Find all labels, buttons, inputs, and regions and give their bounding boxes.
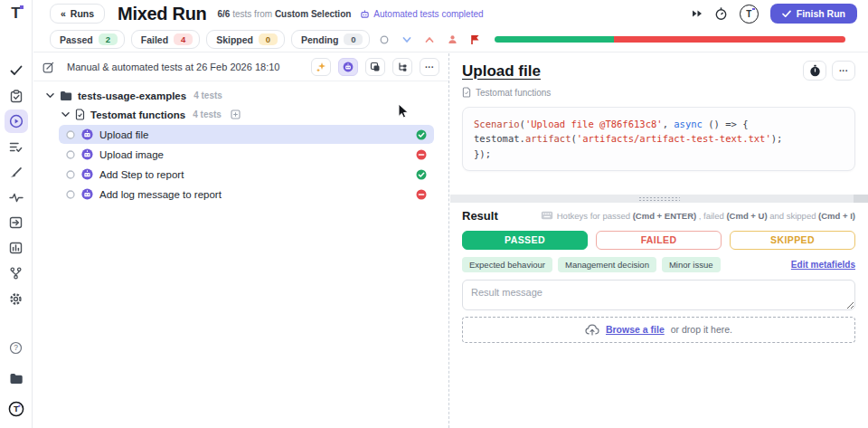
select-radio[interactable]	[66, 130, 75, 139]
check-icon	[782, 10, 791, 18]
mark-failed-button[interactable]: FAILED	[596, 231, 722, 250]
browse-file-link[interactable]: Browse a file	[606, 324, 665, 335]
tests-from-text: tests from	[232, 9, 272, 19]
compose-icon[interactable]	[42, 62, 54, 73]
back-icon: «	[61, 8, 66, 19]
progress-failed-segment	[614, 36, 845, 43]
automated-filter-button[interactable]	[338, 58, 358, 76]
tree-more-button[interactable]: ···	[420, 58, 439, 76]
mark-passed-button[interactable]: PASSED	[462, 231, 588, 250]
finish-run-button[interactable]: Finish Run	[770, 4, 857, 24]
folder-icon[interactable]	[5, 366, 28, 390]
code-line: Scenario('Upload file @T86f613c8', async…	[474, 117, 844, 131]
bar-chart-icon[interactable]	[5, 236, 28, 260]
rail-bottom: ?T	[5, 334, 28, 423]
panel-splitter[interactable]	[450, 195, 868, 203]
svg-text:?: ?	[14, 343, 18, 352]
badge-count: 4	[174, 33, 193, 45]
run-plan-title: Manual & automated tests at 26 Feb 2026 …	[61, 62, 279, 72]
list-check-icon[interactable]	[5, 135, 28, 158]
automated-tests-status-link[interactable]: Automated tests completed	[360, 9, 483, 19]
file-dropzone[interactable]: Browse a file or drop it here.	[462, 317, 855, 343]
clipboard-check-icon[interactable]	[5, 84, 28, 108]
detail-more-button[interactable]: ···	[832, 61, 855, 81]
test-code-block: Scenario('Upload file @T86f613c8', async…	[462, 107, 855, 171]
select-radio[interactable]	[66, 150, 75, 159]
test-detail-panel: Upload file ··· Testomat functions Scena…	[450, 53, 868, 428]
filter-badge-passed[interactable]: Passed2	[50, 30, 125, 49]
pulse-icon[interactable]	[5, 185, 28, 209]
add-test-icon[interactable]	[231, 109, 241, 119]
left-rail: T ?T	[0, 0, 33, 428]
test-row[interactable]: Add Step to report	[59, 165, 434, 184]
status-failed-icon	[416, 189, 427, 200]
result-message-input[interactable]	[462, 280, 855, 310]
branch-icon[interactable]	[5, 262, 28, 285]
metafield-tags-row: Expected behaviourManagement decisionMin…	[462, 257, 855, 272]
splitter-handle-icon[interactable]	[638, 196, 680, 201]
test-label: Add log message to report	[99, 189, 222, 200]
box-arrow-icon[interactable]	[5, 211, 28, 234]
filter-badge-failed[interactable]: Failed4	[131, 30, 200, 49]
code-line: });	[474, 147, 844, 161]
mark-skipped-button[interactable]: SKIPPED	[730, 231, 855, 250]
folder-icon	[60, 90, 72, 101]
stopwatch-icon[interactable]	[714, 6, 728, 21]
code-line: testomat.artifact('artifacts/artifact-te…	[474, 131, 844, 146]
filter-badge-skipped[interactable]: Skipped0	[206, 30, 285, 49]
breadcrumb[interactable]: Testomat functions	[462, 87, 855, 98]
ai-sparkles-button[interactable]	[311, 58, 331, 76]
testomat-logo-icon[interactable]: T	[11, 5, 20, 21]
hotkeys-hint: Hotkeys for passed (Cmd + ENTER) , faile…	[541, 211, 855, 221]
badge-count: 2	[99, 33, 118, 45]
fast-forward-icon[interactable]	[692, 9, 703, 18]
circle-filter-icon[interactable]	[377, 33, 392, 47]
check-icon[interactable]	[5, 59, 28, 82]
user-avatar[interactable]: T	[740, 5, 759, 24]
avatar-icon[interactable]: T	[5, 397, 28, 421]
test-label: Add Step to report	[99, 169, 184, 180]
folder-name: tests-usage-examples	[78, 90, 186, 101]
chevron-up-filter-icon[interactable]	[422, 33, 437, 47]
metafield-tag[interactable]: Minor issue	[662, 257, 721, 272]
timer-button[interactable]	[803, 61, 826, 81]
chevron-down-icon[interactable]	[46, 92, 54, 99]
flag-filter-icon[interactable]	[467, 33, 482, 47]
badge-label: Passed	[60, 34, 93, 45]
automated-test-icon	[81, 168, 93, 180]
edit-metafields-link[interactable]: Edit metafields	[791, 260, 855, 270]
status-buttons: PASSEDFAILEDSKIPPED	[462, 231, 855, 250]
brush-icon[interactable]	[5, 160, 28, 184]
avatar-letter: T	[746, 9, 751, 19]
automated-test-icon	[81, 148, 93, 160]
tree-structure-button[interactable]	[392, 58, 412, 76]
tree-folder-row[interactable]: tests-usage-examples 4 tests	[33, 86, 448, 105]
play-circle-icon[interactable]	[5, 109, 28, 133]
test-row[interactable]: Add log message to report	[59, 185, 434, 204]
test-row[interactable]: Upload image	[59, 145, 434, 164]
drop-hint-text: or drop it here.	[671, 324, 732, 335]
tests-count: 6/6	[218, 9, 231, 19]
tree-suite-row[interactable]: Testomat functions 4 tests	[33, 105, 448, 124]
badge-count: 0	[259, 33, 278, 45]
metafield-tag[interactable]: Expected behaviour	[462, 257, 552, 272]
chevron-down-icon[interactable]	[61, 111, 70, 118]
test-tree-panel: Manual & automated tests at 26 Feb 2026 …	[33, 53, 449, 428]
rail-nav	[5, 57, 28, 312]
back-to-runs-button[interactable]: « Runs	[50, 4, 105, 24]
test-title[interactable]: Upload file	[462, 62, 541, 81]
metafield-tag[interactable]: Management decision	[558, 257, 656, 272]
filter-badge-pending[interactable]: Pending0	[291, 30, 370, 49]
chevron-down-filter-icon[interactable]	[400, 33, 414, 47]
run-title: Mixed Run	[118, 4, 206, 24]
help-icon[interactable]: ?	[5, 336, 28, 359]
gear-icon[interactable]	[5, 287, 28, 310]
select-radio[interactable]	[66, 170, 75, 179]
copy-tests-button[interactable]	[365, 58, 385, 76]
assignee-filter-icon[interactable]	[445, 33, 459, 47]
run-header: « Runs Mixed Run 6/6 tests from Custom S…	[33, 0, 868, 27]
runs-button-label: Runs	[71, 8, 94, 19]
test-row[interactable]: Upload file	[59, 125, 434, 144]
select-radio[interactable]	[66, 190, 75, 199]
automated-status-label: Automated tests completed	[373, 9, 483, 19]
